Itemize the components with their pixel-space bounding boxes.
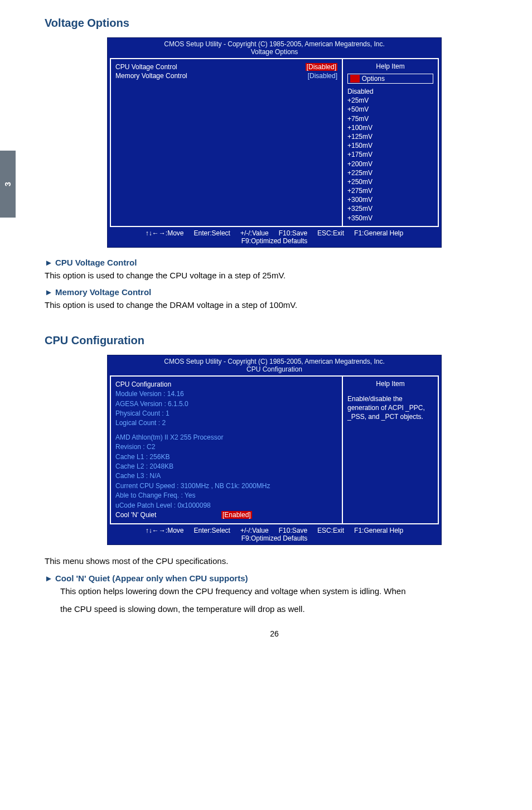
bios-footer: ↑↓←→:Move Enter:Select +/-/:Value F10:Sa… [108,524,441,544]
cfg-line: Revision : C2 [115,442,337,452]
cool-n-quiet-label: Cool 'N' Quiet [115,511,156,519]
bios-left-panel: CPU Voltage Control [Disabled] Memory Vo… [111,59,343,226]
item-cool-n-quiet-text1: This option helps lowering down the CPU … [60,585,504,598]
foot-move: ↑↓←→:Move [146,527,184,534]
cfg-line: Logical Count : 2 [115,418,337,428]
opt-item: Disabled [347,87,433,96]
item-memory-voltage-text: This option is used to change the DRAM v… [45,299,504,312]
foot-f1: F1:General Help [354,229,403,237]
bios-title-line1: CMOS Setup Utility - Copyright (C) 1985-… [108,40,441,48]
foot-move: ↑↓←→:Move [146,229,184,237]
bios-title-line2: CPU Configuration [108,365,441,373]
bios-row-memory-voltage: Memory Voltage Control [Disabled] [115,71,337,80]
opt-item: +250mV [347,177,433,186]
help-item-header: Help Item [347,62,433,70]
cfg-line-cool-n-quiet: Cool 'N' Quiet [Enabled] [115,510,337,520]
cfg-line: Able to Change Freq. : Yes [115,491,337,500]
cfg-line: Physical Count : 1 [115,409,337,418]
cfg-line: Cache L1 : 256KB [115,452,337,462]
options-header: Options [347,74,433,84]
opt-item: +350mV [347,214,433,223]
item-cool-n-quiet: ► Cool 'N' Quiet (Appear only when CPU s… [45,573,504,583]
options-label: Options [362,75,385,83]
opt-item: +300mV [347,195,433,204]
opt-item: +50mV [347,105,433,114]
foot-value: +/-/:Value [240,527,269,534]
foot-save: F10:Save [279,229,307,237]
foot-esc: ESC:Exit [317,229,344,237]
item-cool-n-quiet-text2: the CPU speed is slowing down, the tempe… [60,603,504,616]
item-memory-voltage-control: ► Memory Voltage Control [45,287,504,297]
cfg-line: Current CPU Speed : 3100MHz , NB C1k: 20… [115,481,337,491]
cpu-desc-text: This menu shows most of the CPU specific… [45,555,504,568]
foot-esc: ESC:Exit [317,527,344,534]
chapter-tab: 3 [0,151,16,218]
memory-voltage-value: [Disabled] [308,72,337,80]
opt-item: +25mV [347,96,433,105]
opt-item: +175mV [347,150,433,159]
bios-title: CMOS Setup Utility - Copyright (C) 1985-… [108,355,441,375]
help-item-header: Help Item [347,380,433,388]
bios-footer: ↑↓←→:Move Enter:Select +/-/:Value F10:Sa… [108,227,441,247]
cpu-voltage-label: CPU Voltage Control [115,63,177,71]
opt-item: +325mV [347,204,433,213]
foot-save: F10:Save [279,527,307,534]
item-cpu-voltage-text: This option is used to change the CPU vo… [45,269,504,282]
foot-value: +/-/:Value [240,229,269,237]
opt-item: +125mV [347,132,433,141]
memory-voltage-label: Memory Voltage Control [115,72,187,80]
help-text: Enable/disable the generation of ACPI _P… [347,394,433,422]
bios-title-line2: Voltage Options [108,48,441,56]
bios-voltage-box: CMOS Setup Utility - Copyright (C) 1985-… [107,37,442,248]
cfg-line: uCode Patch Level : 0x1000098 [115,501,337,510]
foot-f1: F1:General Help [354,527,403,534]
cfg-line: Cache L3 : N/A [115,471,337,481]
bios-row-cpu-voltage: CPU Voltage Control [Disabled] [115,62,337,71]
opt-item: +100mV [347,123,433,132]
foot-enter: Enter:Select [194,229,230,237]
opt-item: +150mV [347,141,433,150]
cfg-line: AGESA Version : 6.1.5.0 [115,399,337,409]
section-title-cpu: CPU Configuration [45,334,504,347]
opt-item: +275mV [347,186,433,195]
cfg-line: Cache L2 : 2048KB [115,462,337,471]
bios-cpu-box: CMOS Setup Utility - Copyright (C) 1985-… [107,355,442,545]
bios-right-panel: Help Item Enable/disable the generation … [343,377,438,523]
page-number: 26 [45,629,504,638]
cfg-line: CPU Configuration [115,380,337,389]
foot-f9: F9:Optimized Defaults [112,534,437,542]
chapter-number: 3 [3,182,12,186]
item-cpu-voltage-control: ► CPU Voltage Control [45,258,504,267]
options-list: Disabled +25mV +50mV +75mV +100mV +125mV… [347,87,433,223]
bios-right-panel: Help Item Options Disabled +25mV +50mV +… [343,59,438,226]
bios-left-panel: CPU Configuration Module Version : 14.16… [111,377,343,523]
opt-item: +225mV [347,168,433,177]
bios-title-line1: CMOS Setup Utility - Copyright (C) 1985-… [108,358,441,365]
cfg-line: AMD Athlon(tm) II X2 255 Processor [115,433,337,442]
foot-f9: F9:Optimized Defaults [112,237,437,245]
opt-item: +200mV [347,160,433,168]
foot-enter: Enter:Select [194,527,230,534]
cfg-line: Module Version : 14.16 [115,389,337,399]
bios-title: CMOS Setup Utility - Copyright (C) 1985-… [108,38,441,58]
opt-item: +75mV [347,114,433,123]
section-title-voltage: Voltage Options [45,17,504,30]
cool-n-quiet-value: [Enabled] [221,511,252,519]
cpu-voltage-value: [Disabled] [306,63,337,71]
